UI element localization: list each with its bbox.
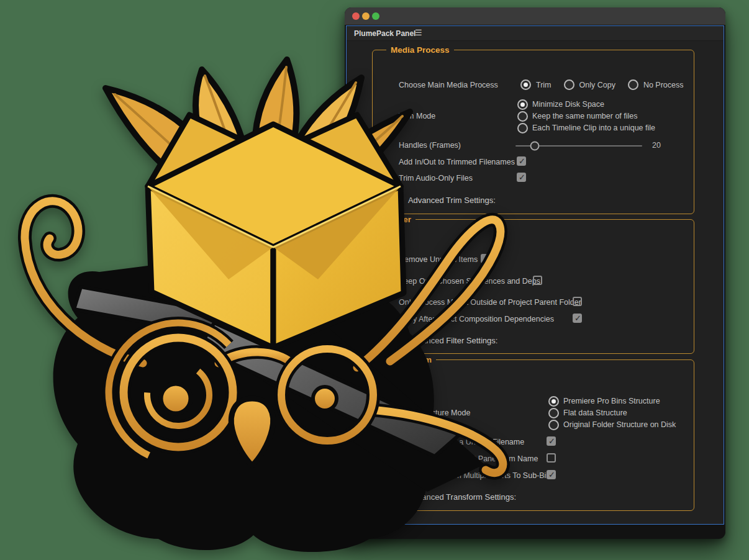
radio-no-process-label[interactable]: No Process: [643, 81, 684, 89]
add-inout-filenames-label: Add In/Out to Trimmed Filenames: [399, 158, 515, 166]
radio-minimize-disk-space[interactable]: [517, 99, 528, 110]
advanced-trim-settings[interactable]: ▶Advanced Trim Settings:: [399, 196, 496, 205]
unique-filename-label: Give each Media a Unique Filename: [399, 438, 524, 446]
left-eye-inner-arc: [135, 351, 222, 439]
glasses-bridge: [219, 352, 293, 364]
plumepack-window: PlumePack Panel ☰ Media Process Choose M…: [345, 7, 725, 539]
checkbox-only-outside-parent[interactable]: [573, 297, 582, 306]
tab-bar: PlumePack Panel ☰: [347, 26, 724, 41]
checkbox-unique-filename[interactable]: [547, 436, 556, 446]
tab-plumepack-panel[interactable]: PlumePack Panel: [354, 29, 415, 38]
radio-premiere-bins-structure[interactable]: [548, 396, 559, 407]
owl-beak: [231, 399, 273, 466]
radio-unique-file-per-clip[interactable]: [517, 123, 528, 133]
radio-unique-file-per-clip-label[interactable]: Each Timeline Clip into a unique file: [532, 124, 655, 132]
only-outside-parent-label: Only Process Media Outside of Project Pa…: [399, 298, 581, 307]
disclosure-triangle-icon[interactable]: ▶: [399, 338, 404, 344]
radio-only-copy-label[interactable]: Only Copy: [579, 81, 615, 89]
desktop: { "colors": { "background_green": "#4770…: [0, 0, 749, 560]
advanced-filter-settings[interactable]: ▶Advanced Filter Settings:: [399, 336, 497, 345]
radio-trim-label[interactable]: Trim: [536, 81, 552, 89]
choose-main-media-process-label: Choose Main Media Process: [399, 81, 498, 89]
radio-flat-data-structure[interactable]: [548, 408, 559, 418]
checkbox-use-panel-item-name[interactable]: [547, 453, 556, 463]
left-swirl: [25, 201, 143, 363]
left-eye-pupil: [161, 384, 191, 413]
trim-mode-label: Trim Mode: [399, 112, 435, 120]
checkbox-copy-ae-dependencies[interactable]: [573, 314, 582, 323]
radio-same-number-files[interactable]: [517, 111, 528, 122]
checkbox-add-inout-filenames[interactable]: [517, 156, 526, 166]
radio-no-process[interactable]: [628, 79, 638, 90]
owl-eyes: [86, 300, 373, 485]
advanced-transform-settings[interactable]: ▶Advanced Transform Settings:: [399, 492, 516, 502]
radio-trim[interactable]: [520, 79, 531, 90]
handles-frames-label: Handles (Frames): [399, 141, 461, 150]
use-panel-item-name-label: Filename : use Project Panel Item Name: [399, 454, 538, 463]
radio-original-folder-structure-label[interactable]: Original Folder Structure on Disk: [563, 420, 676, 429]
radio-flat-data-structure-label[interactable]: Flat data Structure: [563, 409, 627, 417]
radio-original-folder-structure[interactable]: [548, 420, 559, 430]
checkbox-keep-chosen-sequences[interactable]: [533, 276, 542, 285]
advanced-filter-settings-label[interactable]: Advanced Filter Settings:: [408, 336, 498, 345]
right-eye-pupil: [313, 387, 337, 410]
close-button[interactable]: [352, 12, 360, 20]
section-filter: Filter Remove Unused Items Keep Only Cho…: [372, 215, 694, 354]
checkbox-move-multi-parts[interactable]: [547, 470, 556, 479]
section-media-process: Media Process Choose Main Media Process …: [372, 45, 694, 214]
disclosure-triangle-icon[interactable]: ▶: [399, 197, 404, 204]
keep-chosen-sequences-label: Keep Only Chosen Sequences and Deps: [399, 277, 540, 286]
zoom-button[interactable]: [372, 12, 379, 20]
section-title: Transform: [386, 355, 436, 364]
radio-only-copy[interactable]: [564, 79, 574, 90]
trim-audio-only-label: Trim Audio-Only Files: [399, 174, 473, 183]
disclosure-triangle-icon[interactable]: ▶: [399, 494, 404, 500]
copy-ae-dependencies-label: Copy After Effect Composition Dependenci…: [399, 315, 554, 323]
remove-unused-items-label: Remove Unused Items: [399, 255, 478, 264]
box-back-flap-left: [148, 115, 261, 186]
panel-content: PlumePack Panel ☰ Media Process Choose M…: [346, 25, 724, 525]
handles-slider[interactable]: [515, 145, 642, 147]
handles-value: 20: [652, 141, 661, 150]
section-transform: Transform Data Structure Mode Premiere P…: [372, 355, 694, 511]
advanced-trim-settings-label[interactable]: Advanced Trim Settings:: [408, 196, 496, 205]
checkbox-trim-audio-only[interactable]: [517, 173, 526, 182]
section-title: Filter: [386, 215, 415, 224]
radio-minimize-disk-space-label[interactable]: Minimize Disk Space: [532, 100, 604, 109]
minimize-button[interactable]: [362, 12, 370, 20]
data-structure-mode-label: Data Structure Mode: [399, 409, 470, 417]
left-eye-outer-arc: [86, 300, 271, 485]
hamburger-icon[interactable]: ☰: [415, 28, 422, 37]
main-process-radio-group: Trim Only Copy No Process: [520, 79, 691, 90]
radio-same-number-files-label[interactable]: Keep the same number of files: [532, 112, 638, 120]
handles-slider-thumb[interactable]: [530, 142, 539, 151]
titlebar[interactable]: [345, 7, 725, 25]
box-front-flap-left: [148, 186, 273, 279]
section-title: Media Process: [386, 45, 454, 55]
advanced-transform-settings-label[interactable]: Advanced Transform Settings:: [408, 492, 516, 502]
radio-premiere-bins-structure-label[interactable]: Premiere Pro Bins Structure: [563, 397, 660, 405]
move-multi-parts-label: Move Project Item Multiple Parts To Sub-…: [399, 471, 550, 480]
box-face-left: [148, 186, 273, 348]
checkbox-remove-unused-items[interactable]: [481, 254, 490, 263]
left-eye-ring: [124, 338, 233, 447]
